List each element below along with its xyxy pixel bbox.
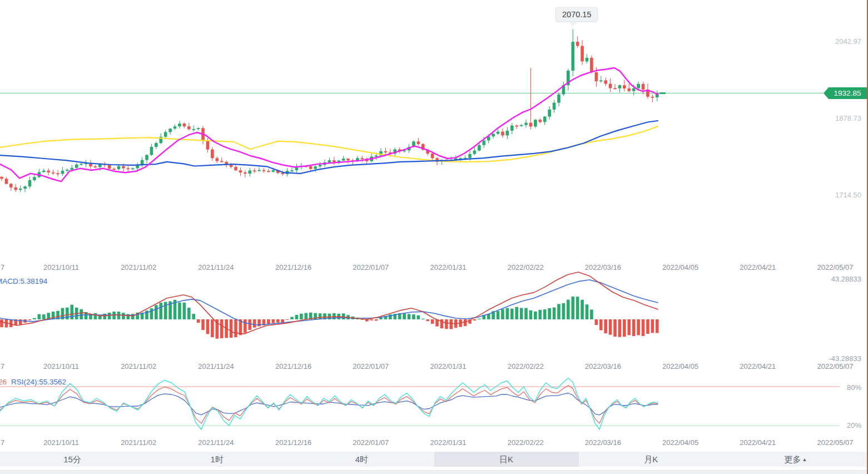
date-label: 2021/12/16: [275, 362, 311, 371]
rsi-lower-guide-label: 20%: [847, 421, 861, 429]
tab-daily-label: 日K: [499, 455, 513, 464]
tab-monthly-label: 月K: [644, 455, 658, 464]
bottom-toolbar-strip: [0, 470, 868, 474]
timeframe-tabbar: 15分1时4时日K月K更多▲: [0, 452, 868, 467]
rsi-truncated-label: 26: [0, 378, 7, 386]
peak-price-tooltip: 2070.15: [555, 7, 598, 22]
date-label: 2022/01/07: [353, 438, 389, 447]
date-label: 2021/11/24: [198, 438, 234, 447]
date-label: 2022/04/21: [740, 362, 776, 371]
date-label: 2022/03/16: [585, 263, 621, 271]
date-label: 2021/11/24: [198, 263, 234, 271]
date-label: 7: [1, 438, 4, 447]
macd-value-label: MACD:5.38194: [0, 277, 47, 285]
date-label: 2022/02/22: [508, 438, 544, 447]
chart-canvas[interactable]: [0, 0, 868, 474]
date-label: 2022/04/05: [662, 362, 698, 371]
price-axis-label: 1878.73: [835, 114, 861, 122]
date-label: 2022/01/07: [353, 263, 389, 271]
tab-15min-label: 15分: [63, 455, 81, 464]
tooltip-pointer-icon: [569, 22, 577, 27]
date-label: 2021/12/16: [275, 263, 311, 271]
date-label: 7: [1, 362, 4, 371]
macd-axis-max-label: 43.28833: [831, 275, 861, 283]
tab-monthly[interactable]: 月K: [579, 452, 723, 467]
date-label: 2022/04/21: [740, 438, 776, 447]
date-label: 2021/11/02: [121, 263, 156, 271]
more-arrow-icon: ▲: [802, 457, 807, 462]
date-label: 2021/12/16: [275, 438, 311, 447]
date-label: 2022/04/05: [662, 263, 698, 271]
date-label: 2022/01/31: [430, 362, 466, 371]
date-label: 7: [1, 263, 4, 271]
price-axis-label: 1714.50: [835, 191, 861, 199]
date-label: 2022/02/22: [508, 263, 544, 271]
date-label: 2021/10/11: [43, 263, 79, 271]
date-label: 2021/10/11: [43, 438, 79, 447]
tab-4h[interactable]: 4时: [289, 452, 434, 467]
date-label: 2022/05/07: [817, 263, 853, 271]
date-label: 2022/01/07: [353, 362, 389, 371]
date-label: 2021/11/02: [121, 438, 156, 447]
date-label: 2021/10/11: [43, 362, 79, 371]
macd-axis-min-label: -43.28833: [829, 354, 861, 363]
date-label: 2022/05/07: [817, 438, 853, 447]
tab-daily[interactable]: 日K: [434, 452, 579, 467]
tab-1h[interactable]: 1时: [145, 452, 289, 467]
date-label: 2022/04/21: [740, 263, 776, 271]
tab-4h-label: 4时: [355, 455, 368, 464]
rsi24-value-label: RSI(24):55.3562: [11, 378, 66, 386]
tab-more[interactable]: 更多▲: [723, 452, 868, 467]
date-label: 2022/03/16: [585, 438, 621, 447]
trading-chart-screen: 2070.15 1932.85 MACD:5.38194 26 RSI(24):…: [0, 0, 868, 474]
date-label: 2021/11/24: [198, 362, 234, 371]
rsi-upper-guide-label: 80%: [847, 383, 861, 392]
date-label: 2022/02/22: [508, 362, 544, 371]
tooltip-value: 2070.15: [562, 10, 591, 19]
price-axis-label: 2042.97: [835, 37, 861, 46]
tab-more-label: 更多: [784, 455, 801, 464]
date-label: 2022/03/16: [585, 362, 621, 371]
tab-1h-label: 1时: [211, 455, 224, 464]
date-label: 2022/04/05: [662, 438, 698, 447]
current-price-tag: 1932.85: [824, 87, 868, 99]
date-label: 2022/01/31: [430, 263, 466, 271]
date-label: 2021/11/02: [121, 362, 156, 371]
date-label: 2022/05/07: [817, 362, 853, 371]
date-label: 2022/01/31: [430, 438, 466, 447]
tab-15min[interactable]: 15分: [0, 452, 145, 467]
